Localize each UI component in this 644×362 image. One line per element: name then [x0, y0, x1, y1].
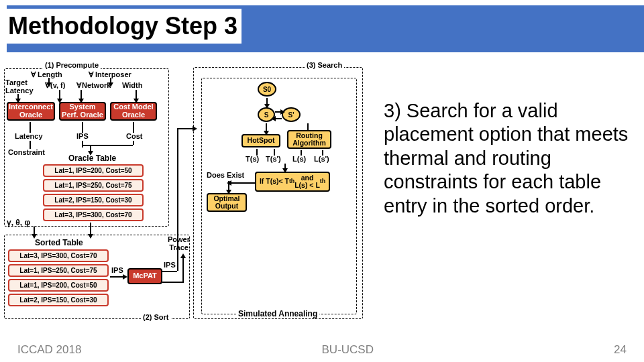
sorted-row-1: Lat=3, IPS=300, Cost=70 — [8, 249, 109, 262]
oracle-table-label: Oracle Table — [68, 154, 116, 163]
forall-2: ∀ — [89, 71, 94, 79]
ips-label: IPS — [76, 133, 89, 141]
oracle-row-1: Lat=1, IPS=200, Cost=50 — [43, 164, 144, 177]
optimal-output-box: OptimalOutput — [207, 193, 247, 212]
target-latency-label: TargetLatency — [5, 79, 34, 95]
sorted-row-2: Lat=1, IPS=250, Cost=75 — [8, 264, 109, 277]
ytp-label: γ, θ, φ — [7, 219, 30, 227]
sorted-table-label: Sorted Table — [35, 239, 83, 247]
network-label: ∀Network — [76, 82, 111, 90]
methodology-diagram: (1) Precompute Length Interposer TargetL… — [3, 62, 365, 323]
oracle-row-3: Lat=2, IPS=150, Cost=30 — [43, 194, 144, 206]
hotspot-box: HotSpot — [241, 134, 280, 147]
forall-1: ∀ — [31, 71, 36, 79]
lsp-label: L(s') — [314, 156, 329, 164]
interconnect-oracle: InterconnectOracle — [7, 102, 55, 121]
width-label: Width — [122, 82, 142, 90]
sorted-row-4: Lat=2, IPS=150, Cost=30 — [8, 294, 109, 306]
s0-node: S0 — [258, 82, 276, 97]
ts-label: T(s) — [246, 156, 259, 164]
oracle-row-4: Lat=3, IPS=300, Cost=70 — [43, 208, 144, 221]
precompute-header: (1) Precompute — [43, 62, 101, 70]
ls-label: L(s) — [292, 156, 306, 164]
title-bar: Methodology Step 3 — [0, 0, 644, 52]
length-label: Length — [38, 71, 62, 79]
interposer-label: Interposer — [95, 71, 131, 79]
sort-header: (2) Sort — [141, 314, 171, 322]
sorted-row-3: Lat=1, IPS=200, Cost=50 — [8, 279, 109, 292]
sys-perf-oracle: SystemPerf. Oracle — [59, 102, 106, 121]
power-trace-label: PowerTrace — [168, 236, 190, 251]
slide-title: Methodology Step 3 — [7, 9, 241, 44]
footer: ICCAD 2018 BU-UCSD 24 — [0, 343, 644, 357]
description-text: 3) Search for a valid placement option t… — [365, 62, 637, 335]
cond-box: If T(s)< Tth andL(s) < Lth — [255, 172, 330, 192]
sort-ips-label: IPS — [111, 267, 123, 275]
mcpat-box: McPAT — [127, 268, 162, 284]
oracle-row-2: Lat=1, IPS=250, Cost=75 — [43, 179, 144, 192]
cost-model-oracle: Cost ModelOracle — [110, 102, 157, 121]
footer-right: 24 — [614, 343, 627, 357]
tsp-label: T(s') — [266, 156, 281, 164]
cost-label: Cost — [126, 133, 142, 141]
footer-left: ICCAD 2018 — [17, 343, 81, 357]
footer-center: BU-UCSD — [322, 343, 374, 357]
does-exist-label: Does Exist — [207, 172, 244, 180]
routing-box: RoutingAlgorithm — [287, 130, 331, 149]
constraint-label: Constraint — [8, 149, 45, 157]
content-area: (1) Precompute Length Interposer TargetL… — [3, 62, 637, 335]
search-header: (3) Search — [305, 62, 344, 70]
latency-label: Latency — [15, 133, 43, 141]
sa-label: Simulated Annealing — [236, 310, 319, 318]
ips2-label: IPS — [164, 261, 176, 269]
